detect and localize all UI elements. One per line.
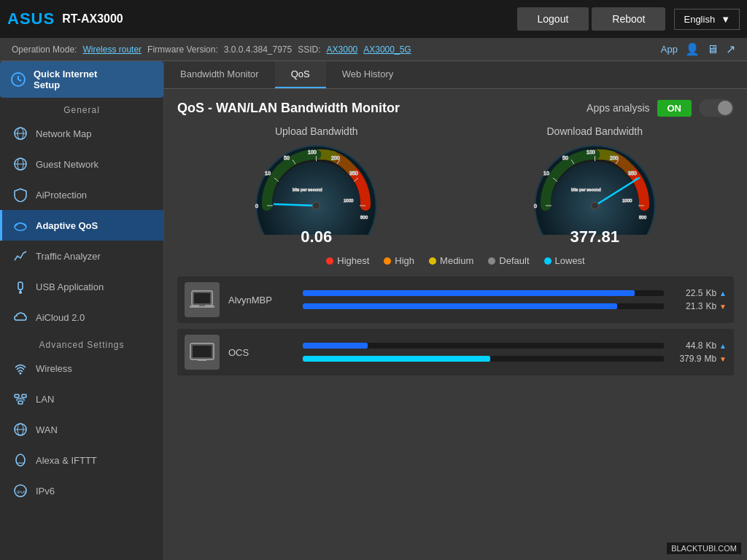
ocs-upload-stat: 44.8 Kb ▲ bbox=[668, 341, 727, 351]
download-gauge: Download Bandwidth 0 10 bbox=[531, 125, 659, 246]
sidebar-item-traffic-analyzer[interactable]: Traffic Analyzer bbox=[0, 241, 163, 271]
sidebar-item-wan[interactable]: WAN bbox=[0, 414, 163, 445]
sidebar-item-alexa[interactable]: Alexa & IFTTT bbox=[0, 445, 163, 475]
logout-button[interactable]: Logout bbox=[517, 7, 589, 31]
gauges-section: Upload Bandwidth bbox=[177, 125, 734, 246]
alexa-label: Alexa & IFTTT bbox=[36, 455, 97, 466]
highest-label: Highest bbox=[337, 255, 369, 266]
svg-point-22 bbox=[16, 454, 25, 466]
default-label: Default bbox=[499, 255, 529, 266]
alexa-icon bbox=[12, 452, 28, 468]
monitor-icon[interactable]: 🖥 bbox=[707, 43, 719, 56]
sidebar-item-network-map[interactable]: Network Map bbox=[0, 118, 163, 149]
sidebar-item-usb-application[interactable]: USB Application bbox=[0, 271, 163, 302]
sidebar: Quick InternetSetup General Network Map … bbox=[0, 61, 164, 560]
sidebar-item-adaptive-qos[interactable]: Adaptive QoS bbox=[0, 210, 163, 241]
ocs-download-stat: 379.9 Mb ▼ bbox=[668, 354, 727, 364]
tab-webhistory[interactable]: Web History bbox=[326, 61, 410, 88]
svg-rect-14 bbox=[18, 401, 23, 404]
legend-default: Default bbox=[488, 255, 529, 266]
header-icons: App 👤 🖥 ↗ bbox=[661, 42, 735, 56]
default-dot bbox=[488, 257, 495, 265]
alvyn-bars: 22.5 Kb ▲ 21.3 Kb bbox=[303, 288, 727, 311]
svg-point-11 bbox=[20, 373, 22, 375]
download-speedometer: 0 10 50 100 200 350 500 bbox=[531, 140, 659, 235]
sidebar-item-lan[interactable]: LAN bbox=[0, 384, 163, 414]
language-label: English bbox=[684, 14, 715, 25]
adaptive-qos-label: Adaptive QoS bbox=[36, 220, 98, 231]
svg-rect-13 bbox=[22, 394, 26, 397]
svg-rect-8 bbox=[18, 282, 23, 289]
ocs-device-icon bbox=[185, 335, 220, 370]
aiprotection-icon bbox=[12, 187, 28, 203]
alvyn-download-stat: 21.3 Kb ▼ bbox=[668, 301, 727, 311]
ocs-name: OCS bbox=[228, 347, 294, 358]
legend-medium: Medium bbox=[429, 255, 473, 266]
language-selector[interactable]: English ▼ bbox=[674, 9, 740, 30]
svg-point-10 bbox=[19, 291, 22, 294]
ssid2[interactable]: AX3000_5G bbox=[363, 44, 411, 55]
arrow-down-icon: ▼ bbox=[719, 355, 727, 363]
toggle-track[interactable] bbox=[699, 99, 734, 117]
alvyn-download-bar-row: 21.3 Kb ▼ bbox=[303, 301, 727, 311]
share-icon[interactable]: ↗ bbox=[726, 42, 735, 56]
operation-mode-label: Operation Mode: bbox=[12, 44, 77, 55]
reboot-button[interactable]: Reboot bbox=[592, 7, 665, 31]
svg-text:1000: 1000 bbox=[344, 198, 354, 203]
quick-internet-setup[interactable]: Quick InternetSetup bbox=[0, 61, 163, 98]
legend: Highest High Medium Default Lowest bbox=[177, 255, 734, 266]
sidebar-item-wireless[interactable]: Wireless bbox=[0, 353, 163, 384]
svg-rect-68 bbox=[198, 359, 206, 361]
main-layout: Quick InternetSetup General Network Map … bbox=[0, 61, 747, 560]
svg-text:500: 500 bbox=[360, 215, 368, 219]
tab-bandwidth[interactable]: Bandwidth Monitor bbox=[164, 61, 275, 88]
sidebar-item-aiprotection[interactable]: AiProtection bbox=[0, 179, 163, 210]
apps-analysis-toggle[interactable]: ON bbox=[657, 100, 692, 117]
info-bar: Operation Mode: Wireless router Firmware… bbox=[0, 38, 747, 61]
ocs-download-unit: Mb bbox=[704, 354, 716, 364]
sidebar-item-ipv6[interactable]: IPv6 IPv6 bbox=[0, 475, 163, 506]
upload-label: Upload Bandwidth bbox=[275, 125, 358, 137]
guest-network-label: Guest Network bbox=[36, 159, 98, 170]
svg-rect-64 bbox=[194, 293, 210, 303]
svg-rect-67 bbox=[193, 346, 212, 357]
sidebar-item-aicloud[interactable]: AiCloud 2.0 bbox=[0, 302, 163, 332]
svg-text:100: 100 bbox=[587, 149, 595, 155]
operation-mode-value[interactable]: Wireless router bbox=[82, 44, 142, 55]
alvyn-upload-unit: Kb bbox=[705, 288, 716, 298]
ocs-download-val: 379.9 bbox=[679, 354, 701, 364]
alvyn-upload-track bbox=[303, 290, 664, 296]
svg-text:0: 0 bbox=[534, 203, 537, 209]
svg-text:350: 350 bbox=[349, 171, 358, 176]
ipv6-label: IPv6 bbox=[36, 486, 55, 497]
adaptive-qos-icon bbox=[12, 217, 28, 233]
ocs-upload-unit: Kb bbox=[705, 341, 716, 351]
download-value: 377.81 bbox=[570, 228, 619, 246]
alvyn-upload-stat: 22.5 Kb ▲ bbox=[668, 288, 727, 298]
legend-high: High bbox=[384, 255, 414, 266]
alvyn-name: AlvynMBP bbox=[228, 295, 294, 306]
ipv6-icon: IPv6 bbox=[12, 483, 28, 499]
svg-text:IPv6: IPv6 bbox=[17, 490, 26, 494]
qos-header: QoS - WAN/LAN Bandwidth Monitor Apps ana… bbox=[177, 99, 734, 117]
alvyn-device-icon bbox=[185, 282, 220, 317]
ocs-upload-fill bbox=[303, 343, 368, 349]
alvyn-download-val: 21.3 bbox=[686, 301, 703, 311]
svg-text:0: 0 bbox=[255, 203, 258, 209]
svg-text:200: 200 bbox=[331, 155, 340, 160]
sidebar-item-guest-network[interactable]: Guest Network bbox=[0, 149, 163, 179]
app-label: App bbox=[661, 44, 678, 55]
ocs-bars: 44.8 Kb ▲ 379.9 Mb bbox=[303, 341, 727, 364]
svg-text:50: 50 bbox=[562, 155, 568, 160]
device-list: AlvynMBP 22.5 Kb ▲ bbox=[177, 276, 734, 376]
device-row-alvyn: AlvynMBP 22.5 Kb ▲ bbox=[177, 276, 734, 323]
ocs-download-track bbox=[303, 356, 664, 362]
users-icon[interactable]: 👤 bbox=[685, 42, 700, 56]
ssid-label: SSID: bbox=[298, 44, 320, 55]
ssid1[interactable]: AX3000 bbox=[327, 44, 358, 55]
tab-qos[interactable]: QoS bbox=[275, 61, 326, 88]
usb-application-label: USB Application bbox=[36, 281, 104, 292]
network-map-icon bbox=[12, 125, 28, 141]
asus-logo: ASUS bbox=[7, 9, 55, 28]
header-buttons: Logout Reboot bbox=[517, 7, 669, 31]
